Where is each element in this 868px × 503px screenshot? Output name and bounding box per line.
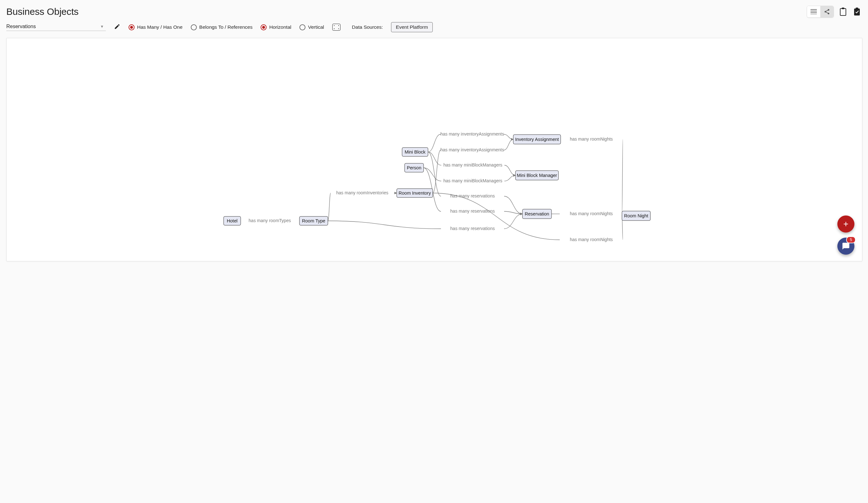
graph-edge bbox=[504, 175, 516, 181]
share-icon bbox=[824, 9, 830, 15]
graph-edge-label: has many roomNights bbox=[570, 211, 613, 216]
add-button[interactable]: + bbox=[837, 215, 855, 233]
data-source-chip[interactable]: Event Platform bbox=[391, 22, 433, 32]
page-title: Business Objects bbox=[6, 6, 79, 17]
graph-edge-label: has many miniBlockManagers bbox=[444, 178, 503, 183]
graph-edge-label: has many miniBlockManagers bbox=[444, 162, 503, 167]
radio-label: Horizontal bbox=[269, 24, 291, 30]
graph-edge-label: has many reservations bbox=[451, 208, 495, 214]
clipboard-check-icon bbox=[854, 8, 860, 16]
graph-node-label: Reservation bbox=[525, 212, 549, 216]
radio-icon bbox=[191, 24, 197, 30]
graph-edge-label: has many roomInventories bbox=[337, 190, 389, 195]
chat-badge: 5 bbox=[846, 236, 856, 243]
svg-line-8 bbox=[826, 12, 828, 13]
plus-icon: + bbox=[843, 219, 848, 229]
svg-rect-0 bbox=[810, 9, 817, 10]
orientation-radio-vertical[interactable]: Vertical bbox=[299, 24, 324, 30]
pencil-icon bbox=[114, 23, 120, 30]
clipboard-icon bbox=[839, 8, 847, 16]
data-sources-label: Data Sources: bbox=[352, 24, 383, 30]
graph-node-hotel[interactable]: Hotel bbox=[224, 216, 241, 225]
diagram-canvas[interactable]: has many roomTypeshas many roomInventori… bbox=[6, 38, 862, 261]
graph-node-label: Person bbox=[407, 165, 421, 170]
graph-node-inventoryAssignment[interactable]: Inventory Assignment bbox=[513, 135, 561, 144]
graph-node-label: Hotel bbox=[227, 218, 238, 223]
svg-rect-3 bbox=[810, 14, 817, 14]
clipboard-button[interactable] bbox=[838, 7, 848, 17]
graph-edge-label: has many inventoryAssignments bbox=[440, 147, 504, 152]
graph-node-label: Room Inventory bbox=[399, 191, 431, 196]
graph-edge bbox=[504, 196, 523, 214]
graph-node-miniBlock[interactable]: Mini Block bbox=[402, 147, 428, 156]
radio-label: Has Many / Has One bbox=[137, 24, 183, 30]
graph-node-person[interactable]: Person bbox=[405, 163, 424, 172]
graph-node-label: Room Night bbox=[624, 213, 649, 218]
graph-node-label: Mini Block Manager bbox=[517, 173, 557, 178]
graph-edge bbox=[504, 212, 523, 214]
svg-rect-11 bbox=[854, 9, 860, 16]
graph-edge bbox=[424, 168, 441, 181]
graph-node-label: Inventory Assignment bbox=[515, 137, 559, 142]
graph-edge bbox=[504, 134, 513, 139]
radio-icon-selected bbox=[261, 24, 267, 30]
fit-to-screen-button[interactable] bbox=[332, 24, 341, 31]
relationship-radio-belongsto[interactable]: Belongs To / References bbox=[191, 24, 253, 30]
graph-edge-label: has many inventoryAssignments bbox=[440, 132, 504, 136]
graph-edge bbox=[504, 165, 516, 175]
graph-node-label: Room Type bbox=[302, 218, 326, 223]
graph-edge bbox=[504, 139, 513, 150]
radio-label: Vertical bbox=[308, 24, 324, 30]
radio-icon-selected bbox=[128, 24, 135, 30]
orientation-radio-horizontal[interactable]: Horizontal bbox=[261, 24, 291, 30]
graph-node-roomType[interactable]: Room Type bbox=[299, 216, 328, 225]
svg-rect-10 bbox=[842, 8, 844, 9]
list-icon bbox=[810, 9, 817, 14]
graph-edge bbox=[622, 139, 623, 216]
graph-edge bbox=[428, 134, 441, 152]
graph-edge-label: has many roomTypes bbox=[249, 218, 291, 223]
svg-rect-9 bbox=[840, 9, 846, 16]
svg-rect-12 bbox=[856, 8, 858, 9]
graph-node-roomInventory[interactable]: Room Inventory bbox=[397, 189, 433, 197]
radio-icon bbox=[299, 24, 306, 30]
graph-edge-label: has many roomNights bbox=[570, 136, 613, 142]
clipboard-check-button[interactable] bbox=[852, 7, 862, 17]
graph-view-button[interactable] bbox=[820, 6, 834, 17]
chevron-down-icon: ▼ bbox=[100, 24, 104, 29]
graph-edge bbox=[328, 193, 331, 221]
svg-rect-1 bbox=[810, 11, 817, 11]
view-mode-toggle bbox=[807, 6, 834, 18]
list-view-button[interactable] bbox=[807, 6, 820, 17]
graph-edge bbox=[504, 214, 523, 229]
graph-node-label: Mini Block bbox=[405, 150, 426, 154]
graph-edge-label: has many roomNights bbox=[570, 237, 613, 242]
graph-edge-label: has many reservations bbox=[451, 226, 495, 231]
svg-line-7 bbox=[826, 10, 828, 11]
graph-edge bbox=[328, 221, 441, 229]
chat-button[interactable]: 5 bbox=[837, 238, 855, 255]
edit-button[interactable] bbox=[114, 23, 120, 31]
relationship-radio-hasmany[interactable]: Has Many / Has One bbox=[128, 24, 183, 30]
object-select-value: Reservations bbox=[6, 24, 36, 29]
graph-node-roomNight[interactable]: Room Night bbox=[622, 211, 650, 220]
graph-node-reservation[interactable]: Reservation bbox=[523, 209, 551, 219]
radio-label: Belongs To / References bbox=[199, 24, 253, 30]
svg-rect-2 bbox=[810, 12, 817, 13]
graph-node-miniBlockManager[interactable]: Mini Block Manager bbox=[516, 171, 558, 180]
object-select[interactable]: Reservations ▼ bbox=[6, 24, 106, 31]
